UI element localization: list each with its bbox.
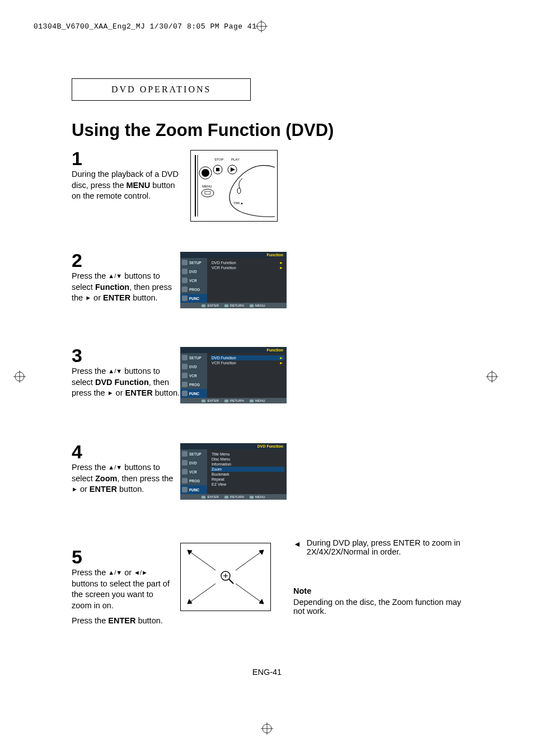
osd-side-item: SETUP <box>180 449 207 458</box>
osd-side-item: PROG <box>180 285 207 294</box>
svg-marker-28 <box>188 599 192 604</box>
gear-icon <box>182 451 188 457</box>
osd-sidebar: SETUP DVD VCR PROG FUNC <box>180 258 207 303</box>
osd-side-item: DVD <box>180 267 207 276</box>
stop-label: STOP <box>214 158 223 161</box>
magnifier-icon <box>221 571 233 584</box>
page-number: ENG-41 <box>0 668 534 677</box>
osd-side-item: VCR <box>180 467 207 476</box>
page-title: Using the Zoom Function (DVD) <box>72 120 334 140</box>
tape-icon <box>182 469 188 475</box>
gear-icon <box>182 355 188 360</box>
osd-row: VCR Function► <box>210 360 284 365</box>
func-icon <box>182 391 188 396</box>
osd-side-item: FUNC <box>180 485 207 494</box>
svg-marker-19 <box>231 167 235 172</box>
osd-row: Title Menu <box>210 452 284 457</box>
note-body: Depending on the disc, the Zoom function… <box>293 598 467 616</box>
trk-label: TRK▲ <box>233 201 243 205</box>
osd-main: Title Menu Disc Menu Information Zoom Bo… <box>207 449 287 494</box>
svg-line-29 <box>236 584 264 604</box>
osd-side-item: VCR <box>180 371 207 380</box>
step-text: Press the ▲/▼ buttons to select Zoom, th… <box>72 462 181 495</box>
osd-row: EZ View <box>210 482 284 487</box>
osd-row: Zoom <box>210 467 284 472</box>
up-down-icon: ▲/▼ <box>108 368 122 374</box>
svg-rect-17 <box>216 168 219 171</box>
right-arrow-icon: ► <box>279 261 283 265</box>
osd-screenshot-step2: Function SETUP DVD VCR PROG FUNC DVD Fun… <box>180 252 287 308</box>
right-arrow-icon: ► <box>279 361 283 365</box>
osd-main: DVD Function► VCR Function► <box>207 258 287 303</box>
step-text: Press the ▲/▼ buttons to select DVD Func… <box>72 366 181 399</box>
up-down-icon: ▲/▼ <box>108 464 122 471</box>
osd-footer: ENTER RETURN MENU <box>180 398 287 403</box>
osd-side-item: FUNC <box>180 389 207 398</box>
registration-mark-icon <box>255 20 268 35</box>
osd-row: DVD Function► <box>210 260 284 265</box>
svg-point-15 <box>202 169 209 177</box>
svg-line-27 <box>188 584 216 604</box>
osd-header: Function <box>180 252 287 258</box>
left-right-icon: ◄/► <box>134 569 148 576</box>
menu-label: MENU <box>202 185 212 188</box>
osd-side-item: VCR <box>180 276 207 285</box>
osd-side-item: PROG <box>180 476 207 485</box>
step-text: Press the ▲/▼ or ◄/► buttons to select t… <box>72 567 172 627</box>
osd-side-item: SETUP <box>180 353 207 362</box>
note-heading: Note <box>293 586 467 595</box>
osd-row: DVD Function► <box>210 355 284 360</box>
clock-icon <box>182 287 188 292</box>
osd-row: Information <box>210 462 284 467</box>
svg-line-23 <box>188 550 216 570</box>
step-text: Press the ▲/▼ buttons to select Function… <box>72 271 181 304</box>
tape-icon <box>182 278 188 283</box>
osd-footer: ENTER RETURN MENU <box>180 303 287 308</box>
tape-icon <box>182 373 188 378</box>
osd-side-item: PROG <box>180 380 207 389</box>
right-icon: ► <box>107 389 114 396</box>
right-arrow-icon: ► <box>279 356 283 360</box>
osd-side-item: SETUP <box>180 258 207 267</box>
svg-marker-30 <box>259 599 264 604</box>
func-icon <box>182 295 188 301</box>
osd-main: DVD Function► VCR Function► <box>207 353 287 398</box>
registration-mark-icon <box>261 722 273 737</box>
zoom-direction-illustration <box>180 543 271 611</box>
osd-row: VCR Function► <box>210 265 284 270</box>
osd-screenshot-step3: Function SETUP DVD VCR PROG FUNC DVD Fun… <box>180 347 287 403</box>
osd-side-item: DVD <box>180 362 207 371</box>
right-arrow-icon: ► <box>279 266 283 270</box>
gear-icon <box>182 260 188 265</box>
disc-icon <box>182 460 188 466</box>
manual-page: 01304B_V6700_XAA_Eng2_MJ 1/30/07 8:05 PM… <box>0 0 534 756</box>
clock-icon <box>182 382 188 387</box>
up-down-icon: ▲/▼ <box>108 569 122 576</box>
osd-sidebar: SETUP DVD VCR PROG FUNC <box>180 449 207 494</box>
registration-mark-icon <box>486 370 498 385</box>
svg-line-32 <box>229 579 233 584</box>
svg-rect-21 <box>205 191 210 194</box>
disc-icon <box>182 269 188 274</box>
svg-line-25 <box>236 550 264 570</box>
osd-row: Bookmark <box>210 472 284 477</box>
osd-sidebar: SETUP DVD VCR PROG FUNC <box>180 353 207 398</box>
svg-marker-24 <box>188 550 192 555</box>
side-note-text: During DVD play, press ENTER to zoom in … <box>307 538 467 556</box>
osd-header: Function <box>180 347 287 353</box>
func-icon <box>182 487 188 492</box>
remote-illustration: STOP PLAY MENU TRK▲ <box>190 150 278 222</box>
osd-header: DVD Function <box>180 443 287 449</box>
side-note: ◄ During DVD play, press ENTER to zoom i… <box>293 538 467 616</box>
clock-icon <box>182 478 188 483</box>
svg-point-22 <box>237 188 241 194</box>
osd-screenshot-step4: DVD Function SETUP DVD VCR PROG FUNC Tit… <box>180 443 287 500</box>
left-triangle-icon: ◄ <box>293 538 301 548</box>
right-icon: ► <box>85 294 91 301</box>
disc-icon <box>182 364 188 369</box>
registration-mark-icon <box>13 370 26 385</box>
up-down-icon: ▲/▼ <box>108 273 122 279</box>
print-job-header: 01304B_V6700_XAA_Eng2_MJ 1/30/07 8:05 PM… <box>34 22 256 31</box>
section-label-wrap: DVD OPERATIONS <box>72 78 355 101</box>
osd-row: Disc Menu <box>210 457 284 462</box>
